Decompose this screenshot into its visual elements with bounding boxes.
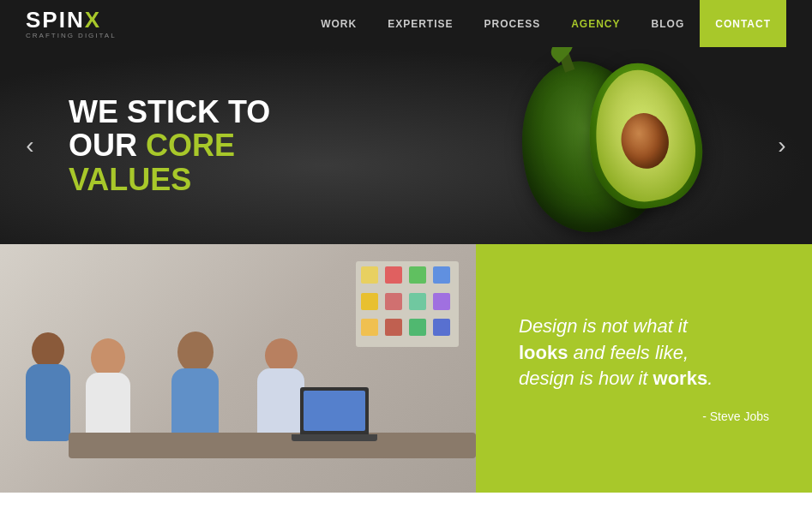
bottom-section: Design is not what it looks and feels li… — [0, 244, 812, 493]
avocado-half — [576, 54, 712, 217]
hero-arrow-right[interactable]: › — [765, 128, 799, 163]
quote-line1: Design is not what it — [519, 315, 688, 337]
person-3 — [171, 332, 219, 437]
logo-x: X — [85, 7, 101, 33]
sticky-note — [385, 293, 402, 310]
sticky-note — [433, 319, 450, 336]
nav-item-expertise[interactable]: EXPERTISE — [372, 0, 468, 47]
laptop — [300, 387, 369, 434]
sticky-note — [409, 266, 426, 284]
person-4 — [257, 338, 304, 437]
logo[interactable]: SPINX CRAFTING DIGITAL — [26, 9, 117, 39]
quote-section: Design is not what it looks and feels li… — [476, 244, 812, 493]
nav-item-blog[interactable]: BLOG — [636, 0, 701, 47]
person-head — [177, 332, 214, 373]
hero-banner: ‹ WE STICK TO OUR CORE VALUES › — [0, 47, 812, 244]
sticky-note — [409, 293, 426, 310]
hero-title-line3: VALUES — [69, 163, 270, 197]
nav-item-agency[interactable]: AGENCY — [556, 0, 635, 47]
logo-text: SPINX — [26, 9, 117, 31]
quote-author: - Steve Jobs — [519, 409, 769, 423]
meeting-table — [69, 433, 476, 458]
sticky-note — [361, 266, 378, 284]
quote-line2: and feels like, — [568, 342, 689, 363]
person-head — [91, 338, 125, 377]
hero-title: WE STICK TO OUR CORE VALUES — [69, 95, 270, 197]
quote-bold2: works — [653, 368, 708, 389]
person-body — [257, 368, 304, 437]
person-head — [32, 332, 64, 368]
person-1 — [26, 332, 70, 441]
nav-item-process[interactable]: PROCESS — [469, 0, 556, 47]
person-body — [171, 368, 219, 437]
wall-notes — [356, 261, 459, 347]
laptop-screen — [304, 391, 365, 431]
laptop-base — [292, 434, 377, 441]
nav-item-work[interactable]: WORK — [305, 0, 372, 47]
avocado-outer — [501, 47, 677, 244]
header: SPINX CRAFTING DIGITAL WORK EXPERTISE PR… — [0, 0, 812, 47]
sticky-note — [433, 293, 450, 310]
sticky-note — [409, 319, 426, 336]
quote-bold1: looks — [519, 342, 568, 363]
avocado-illustration — [469, 47, 709, 244]
hero-arrow-left[interactable]: ‹ — [13, 128, 47, 163]
person-head — [265, 338, 298, 373]
quote-text: Design is not what it looks and feels li… — [519, 314, 769, 392]
nav-contact-button[interactable]: CONTACT — [700, 0, 786, 47]
logo-subtitle: CRAFTING DIGITAL — [26, 33, 117, 39]
sticky-note — [361, 319, 378, 336]
hero-title-line2: OUR CORE — [69, 128, 270, 163]
quote-period: . — [707, 368, 713, 389]
avocado-flesh — [585, 62, 704, 208]
nav: WORK EXPERTISE PROCESS AGENCY BLOG CONTA… — [305, 0, 786, 47]
person-body — [26, 364, 70, 441]
sticky-note — [361, 293, 378, 310]
avocado-pit — [617, 110, 672, 173]
person-body — [86, 373, 130, 441]
team-photo — [0, 244, 476, 493]
sticky-note — [385, 266, 402, 284]
hero-title-line1: WE STICK TO — [69, 95, 270, 129]
sticky-note — [385, 319, 402, 336]
person-2 — [86, 338, 130, 441]
quote-line3: design is how it — [519, 368, 653, 389]
sticky-note — [433, 266, 450, 284]
